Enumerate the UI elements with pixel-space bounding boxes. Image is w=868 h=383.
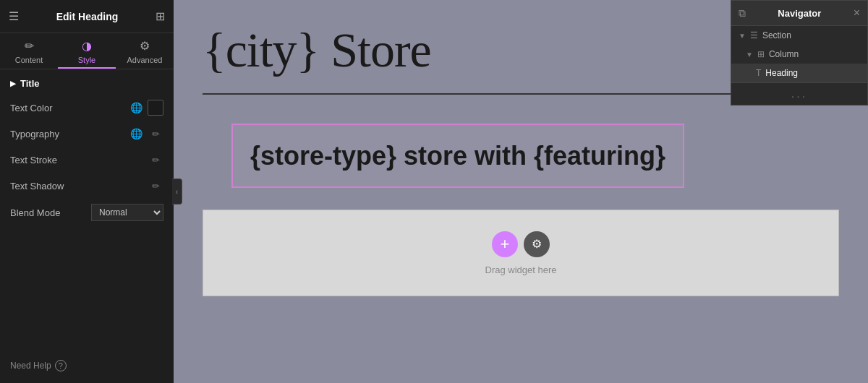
left-panel: ☰ Edit Heading ⊞ ✏ Content ◑ Style ⚙ Adv…	[0, 0, 174, 383]
need-help-link[interactable]: Need Help ?	[0, 348, 174, 383]
typography-label: Typography	[10, 129, 59, 139]
section-title-text: Title	[20, 78, 40, 89]
tab-content-label: Content	[15, 56, 43, 64]
widget-settings-button[interactable]: ⚙	[524, 231, 550, 257]
blend-mode-row: Blend Mode Normal Multiply Screen Overla…	[0, 199, 174, 226]
style-icon: ◑	[82, 39, 92, 53]
typography-edit-btn[interactable]: ✏	[148, 126, 163, 142]
text-stroke-row: Text Stroke ✏	[0, 147, 174, 173]
section-title: ▶ Title	[0, 69, 174, 95]
text-shadow-row: Text Shadow ✏	[0, 173, 174, 199]
text-color-row: Text Color 🌐	[0, 95, 174, 121]
column-icon: ⊞	[757, 49, 765, 59]
text-stroke-label: Text Stroke	[10, 155, 57, 165]
grid-icon[interactable]: ⊞	[156, 9, 165, 23]
navigator-close-button[interactable]: ×	[854, 7, 860, 20]
tab-style[interactable]: ◑ Style	[58, 33, 116, 69]
nav-column-label: Column	[769, 49, 799, 59]
sub-heading-text: {store-type} store with {featuring}	[250, 139, 665, 172]
blend-mode-controls: Normal Multiply Screen Overlay	[91, 204, 163, 221]
hamburger-icon[interactable]: ☰	[9, 9, 19, 23]
content-icon: ✏	[25, 39, 34, 53]
navigator-footer[interactable]: ...	[731, 82, 867, 105]
advanced-icon: ⚙	[140, 39, 150, 53]
nav-section-label: Section	[762, 30, 791, 40]
panel-content: ▶ Title Text Color 🌐 Typography 🌐 ✏ Text…	[0, 69, 174, 348]
blend-mode-select[interactable]: Normal Multiply Screen Overlay	[91, 204, 163, 221]
panel-header: ☰ Edit Heading ⊞	[0, 0, 174, 33]
canvas-area: {city} Store {store-type} store with {fe…	[174, 0, 868, 383]
heading-box[interactable]: {store-type} store with {featuring}	[231, 124, 684, 188]
typography-controls: 🌐 ✏	[128, 126, 163, 142]
help-icon: ?	[55, 360, 67, 371]
text-color-globe-btn[interactable]: 🌐	[128, 100, 144, 116]
widget-drop-area: + ⚙ Drag widget here	[203, 210, 839, 296]
typography-row: Typography 🌐 ✏	[0, 121, 174, 147]
text-shadow-edit-btn[interactable]: ✏	[148, 178, 163, 194]
nav-item-column[interactable]: ▼ ⊞ Column	[731, 45, 867, 64]
column-expand-arrow: ▼	[746, 51, 753, 59]
section-icon: ☰	[750, 30, 758, 40]
navigator-header: ⧉ Navigator ×	[731, 1, 867, 26]
text-stroke-controls: ✏	[148, 152, 163, 168]
drag-widget-label: Drag widget here	[485, 264, 557, 275]
section-expand-arrow: ▼	[739, 32, 746, 40]
tab-content[interactable]: ✏ Content	[0, 33, 58, 69]
tab-advanced[interactable]: ⚙ Advanced	[116, 33, 174, 69]
text-color-swatch[interactable]	[148, 100, 163, 116]
add-widget-button[interactable]: +	[492, 231, 518, 257]
widget-drop-buttons: + ⚙	[492, 231, 550, 257]
heading-icon: T	[756, 68, 761, 78]
text-color-controls: 🌐	[128, 100, 163, 116]
text-stroke-edit-btn[interactable]: ✏	[148, 152, 163, 168]
blend-mode-label: Blend Mode	[10, 207, 60, 218]
navigator-panel: ⧉ Navigator × ▼ ☰ Section ▼ ⊞ Column T H…	[731, 0, 868, 106]
typography-globe-btn[interactable]: 🌐	[128, 126, 144, 142]
text-color-label: Text Color	[10, 103, 53, 113]
navigator-title: Navigator	[746, 8, 854, 19]
panel-title: Edit Heading	[19, 11, 156, 22]
tab-bar: ✏ Content ◑ Style ⚙ Advanced	[0, 33, 174, 69]
nav-heading-label: Heading	[765, 68, 798, 78]
tab-style-label: Style	[78, 56, 95, 64]
section-arrow: ▶	[10, 79, 16, 87]
text-shadow-label: Text Shadow	[10, 181, 64, 192]
nav-item-heading[interactable]: T Heading	[731, 64, 867, 82]
collapse-handle[interactable]: ‹	[172, 178, 182, 205]
need-help-label: Need Help	[10, 361, 51, 371]
nav-item-section[interactable]: ▼ ☰ Section	[731, 26, 867, 45]
tab-advanced-label: Advanced	[127, 56, 163, 64]
navigator-layout-icon: ⧉	[739, 7, 746, 20]
text-shadow-controls: ✏	[148, 178, 163, 194]
